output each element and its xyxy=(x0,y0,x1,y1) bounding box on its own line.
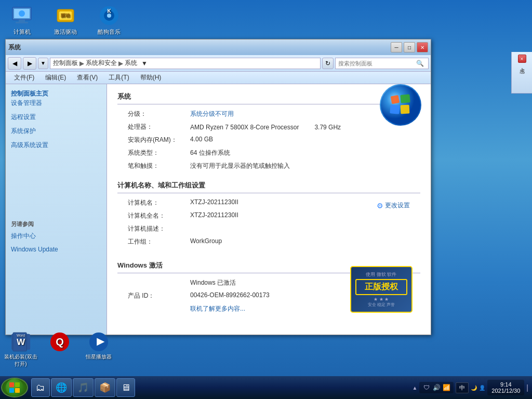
clock[interactable]: 9:14 2021/12/30 xyxy=(487,380,524,395)
tray-user-icon[interactable]: 👤 xyxy=(479,385,485,391)
breadcrumb-item-3[interactable]: 系统 xyxy=(125,59,137,68)
description-label: 计算机描述： xyxy=(128,224,190,233)
ram-label: 安装内存(RAM)： xyxy=(128,136,190,144)
ram-value: 4.00 GB xyxy=(190,136,213,143)
menu-tools[interactable]: 工具(T) xyxy=(104,72,133,83)
taskbar-btn-ie[interactable]: 🌐 xyxy=(51,378,72,397)
tray-icon-network[interactable]: 📶 xyxy=(442,383,450,392)
full-name-label: 计算机全名： xyxy=(128,211,190,220)
menu-view[interactable]: 查看(V) xyxy=(73,72,102,83)
taskbar-icon-q[interactable]: Q xyxy=(42,331,78,368)
workgroup-row: 工作组： WorkGroup xyxy=(117,237,325,246)
word-icon-label: 装机必装(双击打开) xyxy=(3,353,39,368)
learn-more-link[interactable]: 联机了解更多内容... xyxy=(190,304,245,313)
product-id-label: 产品 ID： xyxy=(128,291,190,300)
svg-text:驱动: 驱动 xyxy=(60,13,70,18)
sidebar-link-protection[interactable]: 系统保护 xyxy=(11,126,101,136)
taskbar-btn-app1[interactable]: 📦 xyxy=(95,378,115,397)
system-tray: ▲ 🛡 🔊 📶 中 🌙 👤 9:14 2021/12/30 | xyxy=(412,380,531,395)
maximize-button[interactable]: □ xyxy=(404,42,415,52)
start-button[interactable] xyxy=(1,378,28,397)
rating-value[interactable]: 系统分级不可用 xyxy=(190,110,234,118)
tray-icon-volume[interactable]: 🔊 xyxy=(432,383,441,392)
sidebar-link-windows-update[interactable]: Windows Update xyxy=(11,245,101,254)
taskbar-icon-word[interactable]: W Word 装机必装(双击打开) xyxy=(3,331,39,368)
tray-moon-icon[interactable]: 🌙 xyxy=(471,385,477,391)
driver-icon: 驱动 xyxy=(55,5,76,26)
menu-help[interactable]: 帮助(H) xyxy=(136,72,166,83)
breadcrumb-item-1[interactable]: 控制面板 xyxy=(53,59,78,68)
show-desktop-button[interactable]: | xyxy=(526,383,528,392)
ram-row: 安装内存(RAM)： 4.00 GB xyxy=(117,136,420,144)
processor-label: 处理器： xyxy=(128,123,190,131)
pen-touch-value: 没有可用于此显示器的笔或触控输入 xyxy=(190,162,290,170)
menu-edit[interactable]: 编辑(E) xyxy=(41,72,70,83)
clock-date: 2021/12/30 xyxy=(491,388,520,394)
player-icon-label: 恒星播放器 xyxy=(86,353,112,361)
badge-stars: ★ ★ ★ xyxy=(374,297,389,302)
taskbar-btn-kugou[interactable]: 🎵 xyxy=(73,378,94,397)
taskbar-icon-player[interactable]: 恒星播放器 xyxy=(81,331,117,368)
desktop-icon-label-driver: 激活驱动 xyxy=(54,28,77,36)
tray-expand-arrow[interactable]: ▲ xyxy=(412,385,417,391)
search-input[interactable] xyxy=(338,60,416,66)
menu-file[interactable]: 文件(F) xyxy=(10,72,38,83)
minimize-button[interactable]: ─ xyxy=(391,42,402,52)
partial-window-text: 感！ xyxy=(518,64,526,70)
desktop-icon-music[interactable]: K 酷狗音乐 xyxy=(92,5,126,36)
activation-section: Windows 激活 Windows 已激活 产品 ID： 00426-OEM-… xyxy=(117,261,420,313)
language-label: 中 xyxy=(459,384,465,391)
change-settings-label: 更改设置 xyxy=(385,201,410,210)
sidebar: 控制面板主页 设备管理器 远程设置 系统保护 高级系统设置 另请参阅 操作中心 … xyxy=(6,84,107,335)
tray-icon-security[interactable]: 🛡 xyxy=(422,383,431,392)
rating-row: 分级： 系统分级不可用 xyxy=(117,110,420,118)
breadcrumb-item-2[interactable]: 系统和安全 xyxy=(86,59,117,68)
computer-name-content: 计算机名： XTZJ-20211230II 计算机全名： XTZJ-202112… xyxy=(117,198,420,250)
address-bar: ◀ ▶ ▼ 控制面板 ▶ 系统和安全 ▶ 系统 ▼ ↻ 🔍 xyxy=(6,55,431,72)
svg-rect-14 xyxy=(400,94,410,103)
address-icon-button[interactable]: ▼ xyxy=(38,58,48,69)
desktop-icon-driver[interactable]: 驱动 激活驱动 xyxy=(49,5,82,36)
search-bar[interactable]: 🔍 xyxy=(335,58,429,69)
back-button[interactable]: ◀ xyxy=(8,57,21,70)
taskbar-btn-explorer[interactable]: 🗂 xyxy=(31,378,50,397)
computer-name-row: 计算机名： XTZJ-20211230II xyxy=(117,198,325,207)
system-type-row: 系统类型： 64 位操作系统 xyxy=(117,149,420,157)
refresh-button[interactable]: ↻ xyxy=(322,58,334,69)
desktop-icon-computer[interactable]: 计算机 xyxy=(5,5,38,36)
taskbar-desktop-icons: W Word 装机必装(双击打开) Q xyxy=(0,329,119,370)
language-button[interactable]: 中 xyxy=(456,382,469,393)
svg-rect-13 xyxy=(391,95,400,104)
gear-icon: ⚙ xyxy=(377,202,383,210)
svg-rect-25 xyxy=(9,382,14,387)
sidebar-link-remote[interactable]: 远程设置 xyxy=(11,112,101,122)
kugou-icon: 🎵 xyxy=(77,382,89,393)
computer-name-label: 计算机名： xyxy=(128,198,190,207)
close-button[interactable]: ✕ xyxy=(417,42,428,52)
start-button-inner xyxy=(6,379,23,396)
badge-subtitle: 安全 稳定 声誉 xyxy=(355,302,407,308)
taskbar-btn-app2[interactable]: 🖥 xyxy=(116,378,135,397)
processor-row: 处理器： AMD Ryzen 7 5800X 8-Core Processor … xyxy=(117,123,420,131)
also-see-title: 另请参阅 xyxy=(11,220,101,228)
partial-window: × 感！ xyxy=(511,52,532,94)
change-settings-area: ⚙ 更改设置 xyxy=(325,201,410,210)
sidebar-link-device-manager[interactable]: 设备管理器 xyxy=(11,98,101,108)
window-title: 系统 xyxy=(8,43,21,52)
tray-icons: 🛡 🔊 📶 xyxy=(419,382,454,393)
sidebar-link-action-center[interactable]: 操作中心 xyxy=(11,231,101,241)
search-icon: 🔍 xyxy=(416,60,424,67)
sidebar-link-advanced[interactable]: 高级系统设置 xyxy=(11,140,101,150)
svg-rect-28 xyxy=(15,388,20,393)
also-see-section: 另请参阅 操作中心 Windows Update xyxy=(11,220,101,254)
forward-button[interactable]: ▶ xyxy=(23,57,36,70)
change-settings-link[interactable]: ⚙ 更改设置 xyxy=(377,201,410,210)
svg-point-10 xyxy=(107,14,111,18)
partial-close-button[interactable]: × xyxy=(518,55,526,63)
address-path[interactable]: 控制面板 ▶ 系统和安全 ▶ 系统 ▼ xyxy=(50,58,321,69)
sidebar-main-link[interactable]: 控制面板主页 xyxy=(11,90,48,97)
desktop-icon-label-computer: 计算机 xyxy=(14,28,31,36)
title-bar-controls: ─ □ ✕ xyxy=(391,42,428,52)
breadcrumb: 控制面板 ▶ 系统和安全 ▶ 系统 xyxy=(53,59,137,68)
system-section-header: 系统 xyxy=(117,92,420,104)
